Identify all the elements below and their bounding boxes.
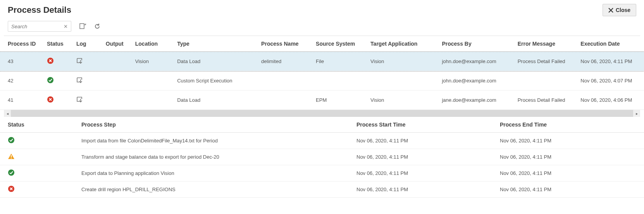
download-log-icon[interactable] <box>76 57 84 64</box>
cell-target-app: Vision <box>367 91 438 110</box>
cell-target-app <box>367 71 438 91</box>
col-process-id[interactable]: Process ID <box>0 36 43 52</box>
cell-process-id: 42 <box>0 71 43 91</box>
cell-end-time: Nov 06, 2020, 4:11 PM <box>496 149 644 165</box>
cell-end-time: Nov 06, 2020, 4:11 PM <box>496 165 644 181</box>
status-success-icon <box>8 169 15 176</box>
cell-process-name <box>257 71 312 91</box>
svg-rect-5 <box>11 155 12 157</box>
cell-step: Transform and stage balance data to expo… <box>77 149 353 165</box>
process-table: Process ID Status Log Output Location Ty… <box>0 36 644 110</box>
table-row[interactable]: 41Data LoadEPMVisionjane.doe@example.com… <box>0 91 644 110</box>
cell-output <box>102 91 131 110</box>
horizontal-scrollbar[interactable]: ◂ ▸ <box>4 110 640 117</box>
cell-step: Import data from file ColonDelimitedFile… <box>77 133 353 149</box>
status-warning-icon <box>8 153 15 160</box>
cell-exec-date: Nov 06, 2020, 4:07 PM <box>577 71 644 91</box>
detail-table: Status Process Step Process Start Time P… <box>0 117 644 198</box>
cell-error-msg: Process Detail Failed <box>514 91 577 110</box>
download-log-icon[interactable] <box>76 77 84 84</box>
cell-process-by: john.doe@example.com <box>438 52 513 71</box>
col-target-app[interactable]: Target Application <box>367 36 438 52</box>
search-box: ✕ <box>8 21 71 32</box>
table-row[interactable]: 43VisionData LoaddelimitedFileVisionjohn… <box>0 52 644 71</box>
col-log[interactable]: Log <box>72 36 102 52</box>
col-location[interactable]: Location <box>131 36 173 52</box>
cell-target-app: Vision <box>367 52 438 71</box>
cell-type: Data Load <box>173 52 257 71</box>
cell-source-system: EPM <box>312 91 367 110</box>
cell-type: Data Load <box>173 91 257 110</box>
cell-error-msg <box>514 71 577 91</box>
table-header-row: Process ID Status Log Output Location Ty… <box>0 36 644 52</box>
cell-start-time: Nov 06, 2020, 4:11 PM <box>353 165 496 181</box>
scroll-right-icon[interactable]: ▸ <box>633 110 640 117</box>
col-output[interactable]: Output <box>102 36 131 52</box>
cell-output <box>102 52 131 71</box>
cell-process-id: 41 <box>0 91 43 110</box>
cell-location <box>131 91 173 110</box>
status-success-icon <box>47 77 54 84</box>
cell-process-name: delimited <box>257 52 312 71</box>
cell-end-time: Nov 06, 2020, 4:11 PM <box>496 181 644 198</box>
svg-rect-6 <box>11 158 12 159</box>
detail-row[interactable]: Create drill region HPL_DRILL_REGIONSNov… <box>0 181 644 198</box>
col-source-system[interactable]: Source System <box>312 36 367 52</box>
cell-process-by: john.doe@example.com <box>438 71 513 91</box>
cell-process-id: 43 <box>0 52 43 71</box>
cell-start-time: Nov 06, 2020, 4:11 PM <box>353 149 496 165</box>
detail-row[interactable]: Transform and stage balance data to expo… <box>0 149 644 165</box>
dcol-end[interactable]: Process End Time <box>496 117 644 133</box>
svg-point-7 <box>8 169 14 176</box>
close-button[interactable]: Close <box>603 4 636 16</box>
col-type[interactable]: Type <box>173 36 257 52</box>
cell-process-name <box>257 91 312 110</box>
cell-exec-date: Nov 06, 2020, 4:11 PM <box>577 52 644 71</box>
cell-exec-date: Nov 06, 2020, 4:06 PM <box>577 91 644 110</box>
page-title: Process Details <box>8 5 71 15</box>
cell-error-msg: Process Detail Failed <box>514 52 577 71</box>
col-process-name[interactable]: Process Name <box>257 36 312 52</box>
detail-row[interactable]: Export data to Planning application Visi… <box>0 165 644 181</box>
svg-point-4 <box>8 137 14 143</box>
cell-source-system <box>312 71 367 91</box>
cell-location <box>131 71 173 91</box>
cell-start-time: Nov 06, 2020, 4:11 PM <box>353 133 496 149</box>
cell-start-time: Nov 06, 2020, 4:11 PM <box>353 181 496 198</box>
dcol-step[interactable]: Process Step <box>77 117 353 133</box>
col-status[interactable]: Status <box>43 36 72 52</box>
search-clear-icon[interactable]: ✕ <box>64 24 71 29</box>
cell-source-system: File <box>312 52 367 71</box>
cell-step: Export data to Planning application Visi… <box>77 165 353 181</box>
scroll-left-icon[interactable]: ◂ <box>4 110 11 117</box>
dcol-start[interactable]: Process Start Time <box>353 117 496 133</box>
status-success-icon <box>8 137 15 144</box>
table-row[interactable]: 42Custom Script Executionjohn.doe@exampl… <box>0 71 644 91</box>
svg-rect-0 <box>80 24 84 29</box>
download-log-icon[interactable] <box>76 96 84 103</box>
close-label: Close <box>616 7 630 13</box>
col-error-msg[interactable]: Error Message <box>514 36 577 52</box>
cell-end-time: Nov 06, 2020, 4:11 PM <box>496 133 644 149</box>
cell-step: Create drill region HPL_DRILL_REGIONS <box>77 181 353 198</box>
cell-output <box>102 71 131 91</box>
search-input[interactable] <box>8 22 64 31</box>
dcol-status[interactable]: Status <box>0 117 77 133</box>
col-process-by[interactable]: Process By <box>438 36 513 52</box>
col-exec-date[interactable]: Execution Date <box>577 36 644 52</box>
detach-icon[interactable] <box>79 23 86 30</box>
close-icon <box>608 8 613 13</box>
detail-header-row: Status Process Step Process Start Time P… <box>0 117 644 133</box>
cell-type: Custom Script Execution <box>173 71 257 91</box>
refresh-icon[interactable] <box>94 23 101 30</box>
status-error-icon <box>8 185 15 192</box>
status-error-icon <box>47 57 54 64</box>
status-error-icon <box>47 96 54 103</box>
cell-location: Vision <box>131 52 173 71</box>
cell-process-by: jane.doe@example.com <box>438 91 513 110</box>
detail-row[interactable]: Import data from file ColonDelimitedFile… <box>0 133 644 149</box>
svg-point-2 <box>47 77 53 83</box>
